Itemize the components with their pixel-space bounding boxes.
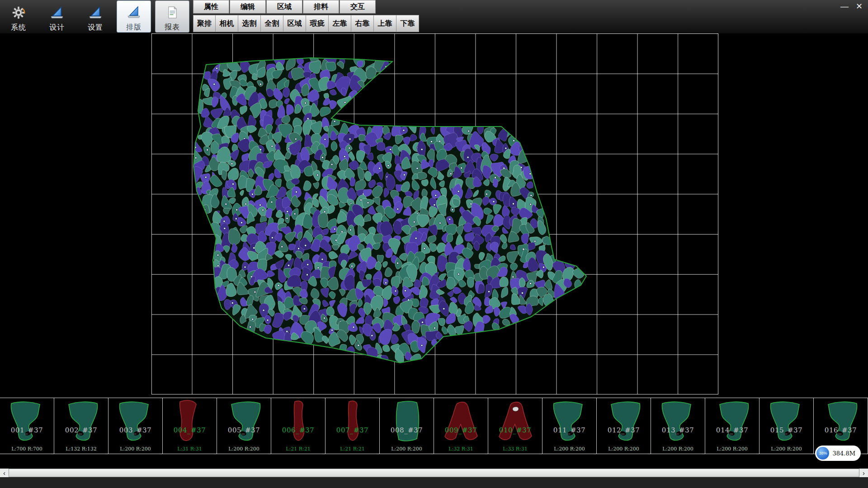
gear-icon [11,2,26,23]
piece-thumbnail[interactable]: 007_#37L:21 R:21 [326,398,380,454]
piece-thumbnail-lr: L:200 R:200 [760,446,813,452]
memory-value: 384.8M [832,450,855,457]
piece-shape-icon [601,399,646,444]
menu-tabs-row: 属性编辑区域排料交互 [193,0,419,14]
piece-shape-icon [710,399,755,444]
piece-shape-icon [113,399,158,444]
menu-tab-2[interactable]: 区域 [266,0,302,14]
scroll-right-arrow-icon[interactable]: › [859,469,868,477]
piece-thumbnail-name: 009_#37 [434,426,488,434]
tool-button-3[interactable]: 全割 [261,15,283,32]
piece-thumbnail-lr: L:200 R:200 [542,446,596,452]
window-controls: — ✕ [840,2,863,10]
tool-button-4[interactable]: 区域 [283,15,306,32]
main-toolbar: 系统设计设置排版报表 属性编辑区域排料交互 聚排相机选割全割区域瑕疵左靠右靠上靠… [0,0,868,33]
piece-thumbnail-name: 015_#37 [760,426,813,434]
piece-thumbnail[interactable]: 013_#37L:200 R:200 [651,398,705,454]
piece-shape-icon [5,399,50,444]
piece-thumbnail-lr: L:200 R:200 [217,446,271,452]
piece-thumbnail[interactable]: 002_#37L:132 R:132 [54,398,108,454]
piece-thumbnail-lr: L:132 R:132 [54,446,108,452]
piece-thumbnail-name: 003_#37 [108,426,162,434]
piece-shape-icon [384,399,429,444]
scroll-left-arrow-icon[interactable]: ‹ [0,469,9,477]
piece-shape-icon [167,399,212,444]
toolbar-button-design[interactable]: 设计 [40,0,74,33]
piece-thumbnail-name: 004_#37 [163,426,217,434]
piece-thumbnail-name: 001_#37 [0,426,54,434]
toolbar-button-report[interactable]: 报表 [155,0,189,33]
tool-button-0[interactable]: 聚排 [193,15,216,32]
toolbar-button-label: 设计 [49,24,65,31]
scrollbar-thumb[interactable] [9,469,859,477]
piece-thumbnail-lr: L:33 R:31 [488,446,542,452]
piece-shape-icon [547,399,592,444]
piece-shape-icon [439,399,484,444]
piece-thumbnail-name: 012_#37 [597,426,651,434]
piece-thumbnail-name: 013_#37 [651,426,705,434]
toolbar-button-label: 排版 [126,23,142,31]
horizontal-scrollbar[interactable]: ‹ › [0,469,868,477]
piece-shape-icon [764,399,809,444]
toolbar-button-settings[interactable]: 设置 [78,0,113,33]
tool-button-5[interactable]: 瑕疵 [306,15,329,32]
piece-thumbnail[interactable]: 009_#37L:32 R:31 [434,398,488,454]
piece-shape-icon [818,399,863,444]
menu-tab-0[interactable]: 属性 [193,0,229,14]
design-sail-icon [50,2,64,23]
piece-thumbnail-name: 016_#37 [814,426,868,434]
piece-thumbnail-name: 002_#37 [54,426,108,434]
piece-thumbnail[interactable]: 010_#37L:33 R:31 [488,398,542,454]
tool-button-7[interactable]: 右靠 [351,15,374,32]
toolbar-button-label: 设置 [88,24,103,31]
tool-button-6[interactable]: 左靠 [329,15,351,32]
piece-thumbnail[interactable]: 006_#37L:21 R:21 [271,398,326,454]
piece-shape-icon [276,399,321,444]
piece-thumbnail[interactable]: 005_#37L:200 R:200 [217,398,271,454]
piece-thumbnail-name: 006_#37 [271,426,325,434]
close-button[interactable]: ✕ [856,2,863,10]
menu-tab-4[interactable]: 交互 [340,0,376,14]
settings-sail-icon [88,2,103,23]
piece-thumbnail[interactable]: 011_#37L:200 R:200 [542,398,597,454]
piece-thumbnail[interactable]: 008_#37L:200 R:200 [380,398,434,454]
piece-thumbnail[interactable]: 001_#37L:700 R:700 [0,398,54,454]
piece-thumbnail-name: 007_#37 [326,426,379,434]
tool-button-1[interactable]: 相机 [216,15,238,32]
toolbar-button-label: 报表 [165,23,180,31]
piece-thumbnail[interactable]: 003_#37L:200 R:200 [108,398,163,454]
nesting-canvas-area[interactable] [0,33,868,398]
toolbar-button-system[interactable]: 系统 [1,0,36,33]
piece-shape-icon [222,399,267,444]
tool-button-8[interactable]: 上靠 [374,15,396,32]
piece-thumbnail-lr: L:21 R:21 [271,446,325,452]
piece-thumbnail-name: 014_#37 [705,426,759,434]
minimize-button[interactable]: — [840,2,849,10]
piece-thumbnail[interactable]: 012_#37L:200 R:200 [597,398,651,454]
report-document-icon [166,2,179,23]
piece-thumbnail-lr: L:200 R:200 [108,446,162,452]
piece-thumbnail[interactable]: 015_#37L:200 R:200 [760,398,814,454]
menu-tab-3[interactable]: 排料 [303,0,339,14]
tool-button-2[interactable]: 选割 [238,15,261,32]
piece-thumbnail-name: 005_#37 [217,426,271,434]
piece-thumbnail-lr: L:32 R:31 [434,446,488,452]
progress-badge: 38% [816,447,829,460]
bottom-filler [0,477,868,488]
toolbar-button-layout[interactable]: 排版 [117,0,151,33]
piece-thumbnail-name: 011_#37 [542,426,596,434]
piece-thumbnail[interactable]: 014_#37L:200 R:200 [705,398,760,454]
piece-thumbnail-lr: L:200 R:200 [651,446,705,452]
piece-thumbnail[interactable]: 004_#37L:31 R:31 [163,398,217,454]
piece-shape-icon [59,399,104,444]
piece-thumbnail-lr: L:21 R:21 [326,446,379,452]
piece-thumbnail-name: 010_#37 [488,426,542,434]
piece-thumbnail-lr: L:700 R:700 [0,446,54,452]
memory-status: 38% 384.8M [815,446,861,461]
hide-layout-canvas[interactable] [0,33,868,398]
piece-shape-icon [493,399,538,444]
layout-sail-icon [127,2,141,23]
menu-tab-1[interactable]: 编辑 [230,0,266,14]
tool-button-9[interactable]: 下靠 [396,15,419,32]
piece-thumbnail-strip: 001_#37L:700 R:700002_#37L:132 R:132003_… [0,398,868,454]
